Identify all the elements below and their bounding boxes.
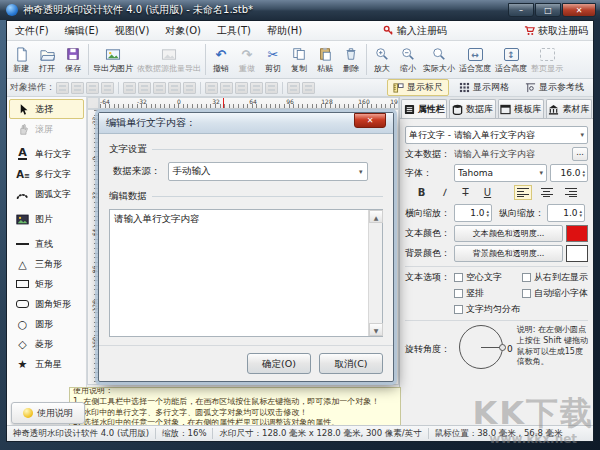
- spinner-arrows-icon[interactable]: ▴▾: [582, 169, 585, 177]
- strikethrough-button[interactable]: T: [458, 185, 474, 200]
- menu-view[interactable]: 视图(V): [107, 21, 158, 40]
- paste-button[interactable]: 粘贴: [312, 42, 338, 77]
- enter-register-code-button[interactable]: 输入注册码: [378, 24, 452, 38]
- tool-line[interactable]: 直线: [7, 234, 86, 254]
- tool-triangle[interactable]: △ 三角形: [7, 254, 86, 274]
- ok-button[interactable]: 确定(O): [247, 353, 311, 374]
- panel-tabs: 属性栏 数据库 模板库 素材库: [400, 97, 593, 119]
- tool-arc-text[interactable]: 圆弧文字: [7, 184, 86, 204]
- data-source-dropdown[interactable]: 手动输入 ▾: [168, 162, 368, 181]
- export-image-button[interactable]: 导出为图片: [91, 42, 135, 77]
- italic-button[interactable]: I: [434, 185, 452, 200]
- font-family-dropdown[interactable]: Tahoma ▾: [454, 164, 547, 182]
- tool-rectangle[interactable]: 矩形: [7, 274, 86, 294]
- option-right-to-left[interactable]: 从右到左显示: [522, 271, 588, 284]
- tool-diamond[interactable]: ◇ 菱形: [7, 334, 86, 354]
- underline-button[interactable]: U: [480, 185, 496, 200]
- align-right-button[interactable]: [562, 185, 580, 200]
- show-ruler-toggle[interactable]: 显示标尺: [387, 79, 449, 96]
- zoom-out-button[interactable]: 缩小: [395, 42, 421, 77]
- object-selector-dropdown[interactable]: 单行文字 - 请输入单行文字内容 ▾: [405, 126, 588, 144]
- align-bottom-icon: [205, 82, 218, 94]
- show-grid-toggle[interactable]: 显示网格: [453, 79, 515, 96]
- tool-image[interactable]: 图片: [7, 209, 86, 229]
- tool-select[interactable]: 选择: [9, 99, 84, 119]
- show-guides-toggle[interactable]: 显示参考线: [519, 79, 590, 96]
- hscale-spinner[interactable]: 1.0 ▴▾: [454, 204, 492, 222]
- image-tool-icon: [15, 214, 30, 225]
- usage-instructions-button[interactable]: 使用说明: [11, 402, 85, 424]
- tab-templates[interactable]: 模板库: [498, 99, 544, 118]
- text-data-more-button[interactable]: ...: [572, 147, 588, 161]
- tool-single-line-text[interactable]: A 单行文字: [7, 144, 86, 164]
- bg-color-label: 背景颜色：: [405, 247, 451, 260]
- option-auto-shrink-font[interactable]: 自动缩小字体: [522, 287, 588, 300]
- tool-circle[interactable]: ○ 圆形: [7, 314, 86, 334]
- checkbox-icon[interactable]: [454, 305, 463, 314]
- text-content-textarea[interactable]: 请输入单行文字内容 ▲ ▼: [109, 209, 383, 337]
- tools-sidebar: 选择 滚屏 A 单行文字 A≡ 多行文字 圆弧文字 图片: [7, 97, 87, 425]
- open-button[interactable]: 打开: [34, 42, 60, 77]
- chevron-down-icon: ▾: [580, 131, 584, 139]
- option-vertical[interactable]: 竖排: [454, 287, 520, 300]
- menu-object[interactable]: 对象(O): [157, 21, 209, 40]
- redo-button: ↷ 重做: [234, 42, 260, 77]
- option-hollow-text[interactable]: 空心文字: [454, 271, 520, 284]
- zoom-in-icon: [375, 46, 389, 63]
- ungroup-icon: [302, 82, 315, 94]
- tab-database[interactable]: 数据库: [449, 99, 495, 118]
- get-register-code-button[interactable]: 获取注册码: [519, 24, 593, 38]
- cancel-button[interactable]: 取消(C): [319, 353, 383, 374]
- bold-button[interactable]: B: [414, 185, 430, 200]
- scroll-down-icon[interactable]: ▼: [369, 323, 383, 336]
- zoom-in-button[interactable]: 放大: [369, 42, 395, 77]
- close-button[interactable]: ✕: [562, 3, 596, 17]
- menu-help[interactable]: 帮助(H): [259, 21, 310, 40]
- align-top-icon: [168, 82, 181, 94]
- cut-button[interactable]: ✂ 剪切: [260, 42, 286, 77]
- vscale-spinner[interactable]: 1.0 ▴▾: [547, 204, 585, 222]
- maximize-button[interactable]: □: [535, 3, 561, 17]
- edit-data-group-label: 编辑数据: [109, 190, 147, 203]
- align-center-button[interactable]: [538, 185, 556, 200]
- new-button[interactable]: 新建: [8, 42, 34, 77]
- checkbox-icon[interactable]: [522, 273, 531, 282]
- tool-rounded-rectangle[interactable]: 圆角矩形: [7, 294, 86, 314]
- open-folder-icon: [40, 46, 55, 63]
- copy-button[interactable]: 复制: [286, 42, 312, 77]
- fit-height-button[interactable]: ↕ 适合高度: [493, 42, 529, 77]
- text-color-button[interactable]: 文本颜色和透明度...: [454, 225, 563, 242]
- rotation-dial[interactable]: [459, 325, 503, 369]
- spinner-arrows-icon[interactable]: ▴▾: [486, 209, 489, 217]
- tool-multi-line-text[interactable]: A≡ 多行文字: [7, 164, 86, 184]
- circle-shape-icon: ○: [15, 318, 30, 331]
- tab-materials[interactable]: 素材库: [546, 99, 592, 118]
- checkbox-icon[interactable]: [454, 273, 463, 282]
- minimize-button[interactable]: –: [508, 3, 534, 17]
- checkbox-icon[interactable]: [522, 289, 531, 298]
- dialog-close-button[interactable]: ✕: [354, 113, 386, 128]
- checkbox-icon[interactable]: [454, 289, 463, 298]
- option-even-distribution[interactable]: 文字均匀分布: [454, 303, 520, 316]
- dial-handle[interactable]: [499, 344, 506, 351]
- main-toolbar: 新建 打开 保存 导出为图片 依数据源批量导出 ↶ 撤销: [7, 41, 593, 79]
- menu-tools[interactable]: 工具(T): [209, 21, 259, 40]
- same-size-icon: [250, 82, 263, 94]
- font-size-spinner[interactable]: 16.0 ▴▾: [550, 164, 588, 182]
- save-button[interactable]: 保存: [60, 42, 86, 77]
- undo-button[interactable]: ↶ 撤销: [208, 42, 234, 77]
- textarea-scrollbar[interactable]: ▲ ▼: [368, 210, 382, 336]
- hand-icon: [15, 123, 30, 135]
- status-mouse-position: 鼠标位置：38.0 毫米 , 56.8 毫米: [429, 428, 569, 440]
- align-left-button[interactable]: [514, 185, 532, 200]
- actual-size-button[interactable]: 实际大小: [421, 42, 457, 77]
- bg-color-button[interactable]: 背景颜色和透明度...: [454, 245, 563, 262]
- menu-file[interactable]: 文件(F): [7, 21, 57, 40]
- tab-properties[interactable]: 属性栏: [401, 99, 447, 118]
- fit-width-button[interactable]: ↔ 适合宽度: [457, 42, 493, 77]
- delete-button[interactable]: 删除: [338, 42, 364, 77]
- scroll-up-icon[interactable]: ▲: [369, 210, 383, 223]
- menu-edit[interactable]: 编辑(E): [57, 21, 107, 40]
- tool-star[interactable]: ★ 五角星: [7, 354, 86, 374]
- spinner-arrows-icon[interactable]: ▴▾: [579, 209, 582, 217]
